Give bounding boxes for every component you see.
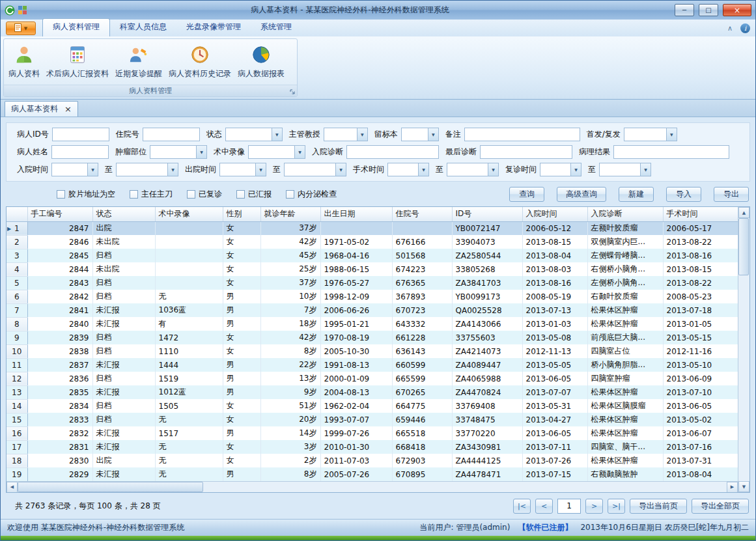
table-row[interactable]: 62842归档无男10岁1998-12-09367893YB0099173200… [7, 290, 738, 303]
column-header[interactable]: 入院时间 [522, 207, 587, 221]
table-row[interactable]: 102838归档1110女8岁2005-10-30636143ZA4214073… [7, 344, 738, 358]
column-header[interactable]: 状态 [92, 207, 155, 221]
table-row[interactable]: 192829未汇报无男8岁2005-07-26670895ZA447847120… [7, 467, 738, 481]
filter-input[interactable] [464, 128, 580, 141]
column-header[interactable]: 出生日期 [320, 207, 392, 221]
column-header[interactable]: 就诊年龄 [260, 207, 320, 221]
maximize-button[interactable]: □ [699, 4, 718, 16]
ribbon-collapse-icon[interactable]: ∧ [727, 24, 733, 33]
checkbox-3[interactable]: 已复诊 [187, 189, 222, 200]
scroll-right-icon[interactable]: ▶ [727, 482, 738, 493]
filter-combo[interactable]: ▼ [401, 128, 439, 141]
row-header[interactable]: 13 [7, 385, 27, 399]
filter-input[interactable] [51, 145, 109, 159]
dialog-launcher-icon[interactable] [290, 89, 296, 95]
table-row[interactable]: 122836归档1519男13岁2000-01-09665599ZA406598… [7, 372, 738, 385]
import-button[interactable]: 导入 [666, 187, 701, 202]
row-header[interactable]: 10 [7, 344, 27, 358]
row-header[interactable]: 16 [7, 426, 27, 440]
row-header[interactable]: 5 [7, 276, 27, 290]
filter-combo[interactable]: ▼ [599, 163, 651, 176]
filter-combo[interactable]: ▼ [219, 163, 266, 176]
row-header[interactable]: 4 [7, 262, 27, 276]
ribbon-button-4[interactable]: 病人资料历史记录 [165, 41, 234, 85]
quick-access-icon[interactable] [18, 6, 27, 14]
table-row[interactable]: 132835未汇报1012蓝男9岁2004-08-13670265ZA44708… [7, 385, 738, 399]
row-header[interactable]: 18 [7, 454, 27, 467]
table-row[interactable]: 142834归档1505女51岁1962-02-0466477533769408… [7, 399, 738, 413]
query-button[interactable]: 查询 [509, 187, 544, 202]
checkbox-5[interactable]: 内分泌检查 [286, 189, 337, 200]
ribbon-button-3[interactable]: 近期复诊提醒 [112, 41, 165, 85]
scroll-down-icon[interactable]: ▼ [738, 481, 749, 492]
row-header[interactable]: 19 [7, 467, 27, 481]
filter-combo[interactable]: ▼ [150, 145, 207, 159]
horizontal-scrollbar[interactable]: ◀ ▶ [7, 481, 738, 492]
ribbon-button-1[interactable]: 病人资料 [5, 41, 43, 85]
ribbon-tab-4[interactable]: 系统管理 [251, 19, 301, 36]
table-row[interactable]: 152833归档无女20岁1993-07-0765944633748475201… [7, 413, 738, 426]
row-header[interactable]: 3 [7, 249, 27, 262]
row-header[interactable]: 15 [7, 413, 27, 426]
tab-close-icon[interactable]: × [64, 104, 72, 114]
row-header[interactable]: 8 [7, 317, 27, 331]
filter-combo[interactable]: ▼ [324, 128, 368, 141]
export-all-pages-button[interactable]: 导出全部页 [692, 499, 749, 514]
column-header[interactable]: 性别 [223, 207, 260, 221]
export-button[interactable]: 导出 [714, 187, 749, 202]
filter-combo[interactable]: ▼ [447, 163, 499, 176]
last-page-button[interactable]: >| [608, 499, 625, 514]
table-row[interactable]: 72841未汇报1036蓝男7岁2006-06-26670723QA002552… [7, 303, 738, 317]
minimize-button[interactable]: ─ [675, 4, 694, 16]
new-button[interactable]: 新建 [619, 187, 654, 202]
table-row[interactable]: 52843归档女37岁1976-05-27676365ZA38417032013… [7, 276, 738, 290]
table-row[interactable]: 182830出院无女2岁2011-07-03672903ZA4444125201… [7, 454, 738, 467]
advanced-query-button[interactable]: 高级查询 [557, 187, 606, 202]
column-header[interactable] [7, 207, 27, 221]
vscroll-thumb[interactable] [738, 218, 749, 275]
row-header[interactable]: 2 [7, 235, 27, 249]
row-header[interactable]: 6 [7, 290, 27, 303]
checkbox-4[interactable]: 已汇报 [236, 189, 272, 200]
prev-page-button[interactable]: < [535, 499, 553, 514]
row-header[interactable]: ▶1 [7, 221, 27, 235]
app-menu-button[interactable]: ▼ [6, 21, 36, 35]
ribbon-button-2[interactable]: 术后病人汇报资料 [43, 41, 112, 85]
table-row[interactable]: 92839归档1472女42岁1970-08-19661228337556032… [7, 331, 738, 344]
ribbon-tab-1[interactable]: 病人资料管理 [42, 18, 110, 36]
vertical-scrollbar[interactable]: ▲ ▼ [738, 207, 749, 492]
filter-combo[interactable]: ▼ [51, 163, 98, 176]
column-header[interactable]: 手工编号 [27, 207, 92, 221]
column-header[interactable]: 入院诊断 [587, 207, 663, 221]
hscroll-track[interactable] [18, 482, 727, 493]
filter-input[interactable] [52, 128, 109, 141]
row-header[interactable]: 17 [7, 440, 27, 454]
first-page-button[interactable]: |< [513, 499, 531, 514]
table-row[interactable]: 42844未出院女25岁1988-06-15674223338052682013… [7, 262, 738, 276]
table-row[interactable]: 22846未出院女42岁1971-05-02676166339040732013… [7, 235, 738, 249]
table-row[interactable]: 32845归档女45岁1968-04-16501568ZA25805442013… [7, 249, 738, 262]
row-header[interactable]: 11 [7, 358, 27, 372]
close-button[interactable]: × [723, 4, 751, 16]
filter-combo[interactable]: ▼ [540, 163, 581, 176]
scroll-up-icon[interactable]: ▲ [738, 207, 749, 218]
page-number-input[interactable] [557, 499, 581, 514]
filter-combo[interactable]: ▼ [248, 145, 305, 159]
row-header[interactable]: 7 [7, 303, 27, 317]
ribbon-button-5[interactable]: 病人数据报表 [234, 41, 288, 85]
table-row[interactable]: 172831未汇报无女3岁2010-01-30668418ZA343098120… [7, 440, 738, 454]
scroll-left-icon[interactable]: ◀ [7, 482, 18, 493]
table-row[interactable]: ▶12847出院女37岁YB00721472006-05-12左额叶胶质瘤200… [7, 221, 738, 235]
table-row[interactable]: 112837未汇报1444男22岁1991-08-13660599ZA40894… [7, 358, 738, 372]
hscroll-thumb[interactable] [18, 482, 203, 492]
vscroll-track[interactable] [738, 218, 749, 481]
checkbox-1[interactable]: 胶片地址为空 [57, 189, 115, 200]
filter-combo[interactable]: ▼ [284, 163, 346, 176]
filter-input[interactable] [613, 145, 729, 159]
info-icon[interactable]: i [740, 23, 750, 33]
column-header[interactable]: ID号 [452, 207, 522, 221]
row-header[interactable]: 9 [7, 331, 27, 344]
table-row[interactable]: 162832未汇报1517男14岁1999-07-266655183377022… [7, 426, 738, 440]
filter-combo[interactable]: ▼ [225, 128, 283, 141]
column-header[interactable]: 术中录像 [155, 207, 223, 221]
